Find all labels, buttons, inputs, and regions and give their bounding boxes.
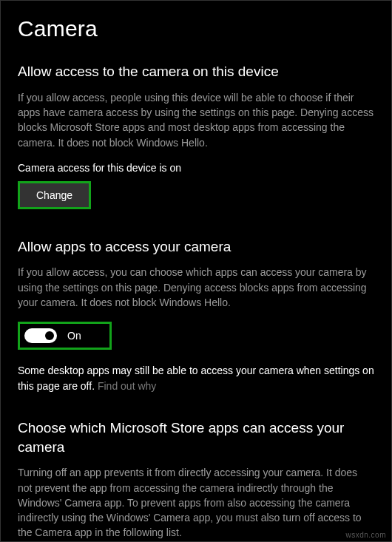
watermark: wsxdn.com (345, 531, 386, 539)
section-heading-choose-apps: Choose which Microsoft Store apps can ac… (18, 419, 374, 456)
toggle-knob (45, 331, 54, 340)
section-body-choose-apps: Turning off an app prevents it from dire… (18, 465, 374, 540)
change-button-highlight: Change (18, 181, 91, 209)
desktop-apps-note: Some desktop apps may still be able to a… (18, 363, 374, 393)
section-heading-device-access: Allow access to the camera on this devic… (18, 62, 374, 81)
app-access-toggle-label: On (67, 330, 81, 342)
change-button[interactable]: Change (20, 183, 89, 207)
app-access-toggle-highlight: On (18, 322, 112, 350)
app-access-toggle[interactable] (24, 328, 57, 343)
device-access-status: Camera access for this device is on (18, 162, 374, 174)
find-out-why-link[interactable]: Find out why (98, 380, 156, 392)
section-body-app-access: If you allow access, you can choose whic… (18, 265, 374, 310)
section-heading-app-access: Allow apps to access your camera (18, 237, 374, 257)
page-title: Camera (18, 16, 374, 41)
section-body-device-access: If you allow access, people using this d… (18, 90, 374, 150)
desktop-apps-note-text: Some desktop apps may still be able to a… (18, 365, 374, 391)
